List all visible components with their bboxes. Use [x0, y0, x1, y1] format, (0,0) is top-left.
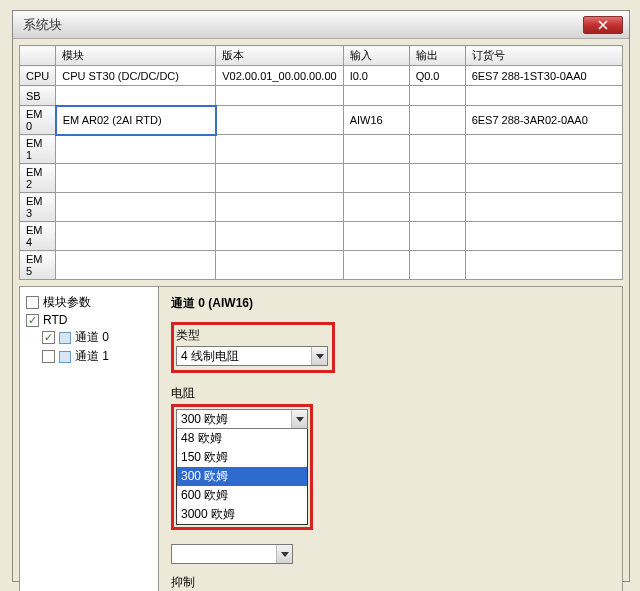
table-row[interactable]: EM 5 [20, 251, 623, 280]
channel-panel: 通道 0 (AIW16) 类型 4 线制电阻 电阻 300 欧姆 [159, 286, 623, 591]
cell-input: AIW16 [343, 106, 409, 135]
resistance-option[interactable]: 48 欧姆 [177, 429, 307, 448]
cell-module[interactable] [56, 86, 216, 106]
resistance-option[interactable]: 150 欧姆 [177, 448, 307, 467]
cell-order [465, 193, 622, 222]
cell-output [409, 222, 465, 251]
channel-icon [59, 351, 71, 363]
tree-label: 通道 1 [75, 348, 109, 365]
cell-version [216, 135, 343, 164]
col-order: 订货号 [465, 46, 622, 66]
table-row[interactable]: EM 0EM AR02 (2AI RTD)AIW166ES7 288-3AR02… [20, 106, 623, 135]
cell-input [343, 135, 409, 164]
col-output: 输出 [409, 46, 465, 66]
cell-output [409, 193, 465, 222]
cell-order: 6ES7 288-1ST30-0AA0 [465, 66, 622, 86]
orphan-select[interactable] [171, 544, 293, 564]
cell-input: I0.0 [343, 66, 409, 86]
tree-label: RTD [43, 313, 67, 327]
cell-input [343, 86, 409, 106]
tree-channel-0[interactable]: 通道 0 [26, 328, 152, 347]
cell-order [465, 251, 622, 280]
cell-module[interactable]: EM AR02 (2AI RTD) [56, 106, 216, 135]
suppress-label: 抑制 [171, 574, 610, 591]
cell-order [465, 135, 622, 164]
resistance-dropdown[interactable]: 48 欧姆150 欧姆300 欧姆600 欧姆3000 欧姆 [176, 428, 308, 525]
resistance-highlight: 300 欧姆 48 欧姆150 欧姆300 欧姆600 欧姆3000 欧姆 [171, 404, 313, 530]
type-highlight: 类型 4 线制电阻 [171, 322, 335, 373]
checkbox-icon[interactable] [42, 350, 55, 363]
row-header: EM 1 [20, 135, 56, 164]
system-block-dialog: 系统块 模块 版本 输入 输出 订货号 CPUCPU ST30 (DC/DC/D… [12, 10, 630, 582]
row-header: EM 3 [20, 193, 56, 222]
param-tree: 模块参数 RTD 通道 0 通道 1 [19, 286, 159, 591]
type-select[interactable]: 4 线制电阻 [176, 346, 328, 366]
table-row[interactable]: SB [20, 86, 623, 106]
cell-input [343, 164, 409, 193]
table-row[interactable]: EM 1 [20, 135, 623, 164]
table-row[interactable]: EM 4 [20, 222, 623, 251]
close-button[interactable] [583, 16, 623, 34]
tree-channel-1[interactable]: 通道 1 [26, 347, 152, 366]
cell-order [465, 222, 622, 251]
chevron-down-icon [311, 347, 327, 365]
table-row[interactable]: CPUCPU ST30 (DC/DC/DC)V02.00.01_00.00.00… [20, 66, 623, 86]
panel-title: 通道 0 (AIW16) [171, 295, 610, 312]
cell-version [216, 164, 343, 193]
cell-output: Q0.0 [409, 66, 465, 86]
cell-order: 6ES7 288-3AR02-0AA0 [465, 106, 622, 135]
resistance-option[interactable]: 3000 欧姆 [177, 505, 307, 524]
cell-input [343, 251, 409, 280]
type-value: 4 线制电阻 [177, 348, 311, 365]
table-row[interactable]: EM 2 [20, 164, 623, 193]
col-version: 版本 [216, 46, 343, 66]
cell-output [409, 135, 465, 164]
close-icon [598, 20, 608, 30]
cell-output [409, 106, 465, 135]
chevron-down-icon [276, 545, 292, 563]
channel-icon [59, 332, 71, 344]
table-row[interactable]: EM 3 [20, 193, 623, 222]
table-header-row: 模块 版本 输入 输出 订货号 [20, 46, 623, 66]
row-header: EM 0 [20, 106, 56, 135]
cell-module[interactable] [56, 193, 216, 222]
cell-output [409, 86, 465, 106]
module-table: 模块 版本 输入 输出 订货号 CPUCPU ST30 (DC/DC/DC)V0… [19, 45, 623, 280]
cell-input [343, 193, 409, 222]
cell-output [409, 251, 465, 280]
cell-version [216, 106, 343, 135]
col-module: 模块 [56, 46, 216, 66]
chevron-down-icon [291, 410, 307, 428]
row-header: SB [20, 86, 56, 106]
resistance-select[interactable]: 300 欧姆 [176, 409, 308, 429]
cell-version [216, 193, 343, 222]
resistance-label: 电阻 [171, 385, 610, 402]
cell-module[interactable] [56, 251, 216, 280]
titlebar: 系统块 [13, 11, 629, 39]
cell-version: V02.00.01_00.00.00.00 [216, 66, 343, 86]
resistance-option[interactable]: 600 欧姆 [177, 486, 307, 505]
cell-input [343, 222, 409, 251]
tree-label: 模块参数 [43, 294, 91, 311]
tree-rtd[interactable]: RTD [26, 312, 152, 328]
row-header: CPU [20, 66, 56, 86]
cell-output [409, 164, 465, 193]
cell-module[interactable]: CPU ST30 (DC/DC/DC) [56, 66, 216, 86]
row-header: EM 2 [20, 164, 56, 193]
cell-order [465, 86, 622, 106]
cell-module[interactable] [56, 164, 216, 193]
body-area: 模块参数 RTD 通道 0 通道 1 通道 0 (AIW16) 类型 [19, 286, 623, 591]
tree-label: 通道 0 [75, 329, 109, 346]
cell-module[interactable] [56, 135, 216, 164]
cell-module[interactable] [56, 222, 216, 251]
row-header: EM 4 [20, 222, 56, 251]
resistance-option[interactable]: 300 欧姆 [177, 467, 307, 486]
tree-module-params[interactable]: 模块参数 [26, 293, 152, 312]
module-table-wrap: 模块 版本 输入 输出 订货号 CPUCPU ST30 (DC/DC/DC)V0… [19, 45, 623, 280]
col-input: 输入 [343, 46, 409, 66]
checkbox-icon[interactable] [42, 331, 55, 344]
checkbox-icon[interactable] [26, 314, 39, 327]
checkbox-icon[interactable] [26, 296, 39, 309]
window-title: 系统块 [17, 16, 583, 34]
resistance-value: 300 欧姆 [177, 411, 291, 428]
